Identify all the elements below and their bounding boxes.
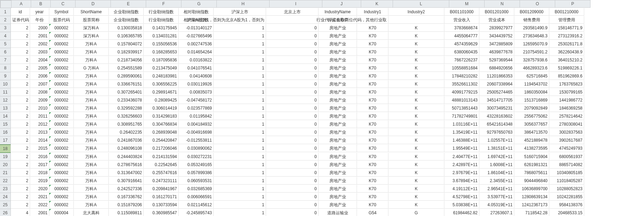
cell[interactable]: 2010 — [30, 104, 49, 112]
cell[interactable]: 364015210.2 — [549, 56, 584, 64]
cell[interactable]: K70 — [357, 136, 388, 144]
col-header-P[interactable]: P — [555, 0, 591, 8]
cell[interactable]: 0.244403824 — [109, 153, 144, 161]
cell[interactable]: K70 — [357, 161, 388, 169]
cell[interactable]: 7868075611 — [514, 169, 549, 177]
cell[interactable]: 35526611302 — [444, 80, 479, 88]
cell[interactable]: K — [388, 128, 444, 136]
cell[interactable]: 1 — [214, 128, 266, 136]
spreadsheet[interactable]: ABCDEFGHIJKLMNOP1idyearSymbolShortName企业… — [0, 0, 591, 216]
cell[interactable]: 1.35419E+11 — [444, 128, 479, 136]
cell[interactable]: 行业勒纳指数 — [144, 8, 179, 16]
cell[interactable]: 0.157804072 — [109, 40, 144, 48]
cell[interactable]: 0.360985547 — [144, 209, 179, 216]
cell[interactable]: 1 — [214, 185, 266, 193]
cell[interactable]: 万科A — [74, 72, 109, 80]
cell[interactable]: 万科A — [74, 136, 109, 144]
cell[interactable]: 房地产业 — [319, 136, 357, 144]
cell[interactable]: 2 — [11, 161, 30, 169]
row-header-10[interactable]: 10 — [0, 80, 11, 88]
cell[interactable]: 1513716869 — [514, 96, 549, 104]
cell[interactable]: 房地产业 — [319, 32, 357, 40]
cell[interactable]: 1 — [214, 201, 266, 209]
cell[interactable]: -0.013140127 — [179, 24, 214, 32]
cell[interactable]: 房地产业 — [319, 24, 357, 32]
cell[interactable]: 0.004184932 — [179, 120, 214, 128]
cell[interactable]: 万科A — [74, 48, 109, 56]
cell[interactable]: 北京上市 — [266, 8, 319, 16]
cell[interactable]: 1 — [214, 40, 266, 48]
cell[interactable]: 000002 — [49, 72, 74, 80]
cell[interactable]: 万科A — [74, 153, 109, 161]
cell[interactable]: 管理费用 — [549, 16, 584, 24]
cell[interactable]: 000002 — [49, 40, 74, 48]
cell[interactable]: 4.19112E+11 — [444, 185, 479, 193]
row-header-23[interactable]: 23 — [0, 185, 11, 193]
cell[interactable]: K — [388, 80, 444, 88]
cell[interactable]: 2 — [11, 201, 30, 209]
cell[interactable]: 0 — [266, 120, 319, 128]
cell[interactable]: 0.28089425 — [144, 96, 179, 104]
cell[interactable]: 0 — [266, 144, 319, 152]
cell[interactable]: 房地产业 — [319, 153, 357, 161]
col-header-O[interactable]: O — [520, 0, 555, 8]
cell[interactable]: 2 — [11, 169, 30, 177]
cell[interactable]: 0.254420847 — [144, 136, 179, 144]
cell[interactable]: 1.86104E+11 — [479, 169, 514, 177]
cell[interactable]: 0.326256603 — [109, 112, 144, 120]
cell[interactable]: 519869226.1 — [549, 64, 584, 72]
row-header-12[interactable]: 12 — [0, 96, 11, 104]
cell[interactable]: 万科A — [74, 104, 109, 112]
cell[interactable]: 1 — [214, 193, 266, 201]
row-header-16[interactable]: 16 — [0, 128, 11, 136]
cell[interactable]: 2007 — [30, 80, 49, 88]
cell[interactable]: 4639877678 — [479, 48, 514, 56]
cell[interactable]: 0.115089811 — [109, 209, 144, 216]
cell[interactable]: 0 — [266, 104, 319, 112]
cell[interactable]: 48881013143 — [444, 96, 479, 104]
cell[interactable]: 0.182939917 — [109, 48, 144, 56]
cell[interactable]: 1.69742E+11 — [479, 153, 514, 161]
cell[interactable]: 2.96541E+11 — [479, 185, 514, 193]
cell[interactable]: 2014 — [30, 136, 49, 144]
cell[interactable]: 0 — [266, 88, 319, 96]
cell[interactable]: 000002 — [49, 112, 74, 120]
cell[interactable]: K70 — [357, 72, 388, 80]
row-header-1[interactable]: 1 — [0, 8, 11, 16]
row-header-5[interactable]: 5 — [0, 40, 11, 48]
cell[interactable]: 466289323.6 — [514, 64, 549, 72]
cell[interactable]: 0.006066591 — [179, 193, 214, 201]
cell[interactable]: 0 — [266, 32, 319, 40]
cell[interactable]: 2017 — [30, 161, 49, 169]
cell[interactable]: G54 — [357, 209, 388, 216]
cell[interactable]: 8865714082 — [549, 161, 584, 169]
cell[interactable]: K70 — [357, 128, 388, 136]
cell[interactable]: 0 — [266, 185, 319, 193]
cell[interactable]: 1.38151E+11 — [479, 144, 514, 152]
cell[interactable]: 0.214131594 — [144, 153, 179, 161]
cell[interactable]: 0.209841967 — [144, 185, 179, 193]
cell[interactable]: B001201000 — [479, 8, 514, 16]
cell[interactable]: 9584138376 — [549, 201, 584, 209]
cell[interactable]: 0.002747536 — [179, 40, 214, 48]
cell[interactable]: K70 — [357, 56, 388, 64]
cell[interactable]: 1 — [214, 136, 266, 144]
cell[interactable]: 12808639134 — [514, 193, 549, 201]
cell[interactable]: 房地产业 — [319, 185, 357, 193]
cell[interactable]: K70 — [357, 193, 388, 201]
cell[interactable]: 房地产业 — [319, 193, 357, 201]
cell[interactable]: 0.00835073 — [179, 88, 214, 96]
cell[interactable]: 房地产业 — [319, 48, 357, 56]
row-header-25[interactable]: 25 — [0, 201, 11, 209]
cell[interactable]: K70 — [357, 112, 388, 120]
cell[interactable]: 1846369258 — [549, 104, 584, 112]
cell[interactable]: 年份 — [30, 16, 49, 24]
cell[interactable]: 4745249793 — [549, 144, 584, 152]
cell[interactable]: K — [388, 185, 444, 193]
cell[interactable]: 10340805185 — [549, 169, 584, 177]
cell[interactable]: 1 — [214, 120, 266, 128]
cell[interactable]: K — [388, 193, 444, 201]
cell[interactable]: 40991779215 — [444, 88, 479, 96]
cell[interactable]: 2021 — [30, 193, 49, 201]
cell[interactable]: K — [388, 120, 444, 128]
